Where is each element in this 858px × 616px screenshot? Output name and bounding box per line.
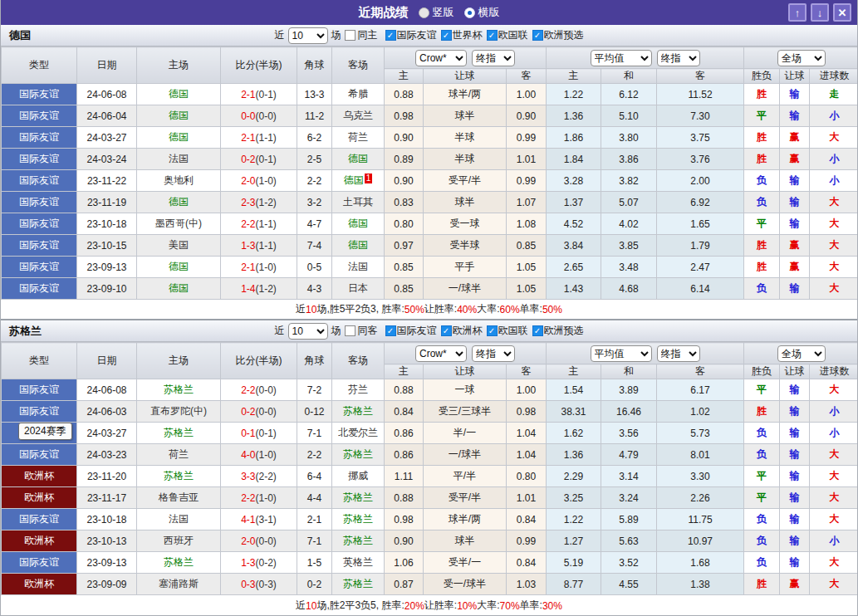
home-team-cell: 苏格兰 xyxy=(137,552,221,574)
halftime-score: (0-0) xyxy=(256,535,277,547)
league-type-cell[interactable]: 国际友谊 xyxy=(2,278,77,300)
league-type-cell[interactable]: 欧洲杯 xyxy=(2,574,77,595)
home-team-cell: 直布罗陀(中) xyxy=(137,401,221,423)
same-venue-filter[interactable]: 同主 xyxy=(345,28,378,42)
competition-filter[interactable]: ✓欧国联 xyxy=(487,28,528,42)
league-type-cell[interactable]: 国际友谊 xyxy=(2,213,77,235)
fulltime-select[interactable]: 全场 xyxy=(777,50,826,66)
checkbox-icon[interactable]: ✓ xyxy=(385,30,396,41)
checkbox-icon[interactable]: ✓ xyxy=(441,30,452,41)
avg-draw-odds: 3.82 xyxy=(601,170,657,192)
checkbox-icon[interactable]: ✓ xyxy=(532,30,543,41)
away-team-name: 苏格兰 xyxy=(343,513,373,525)
league-type-cell[interactable]: 国际友谊 xyxy=(2,192,77,213)
competition-filter[interactable]: ✓欧洲预选 xyxy=(532,324,584,338)
result-cell: 胜 xyxy=(744,235,780,257)
avg-draw-odds: 5.10 xyxy=(601,105,657,127)
league-type-cell[interactable]: 国际友谊 xyxy=(2,401,77,423)
checkbox-icon[interactable]: ✓ xyxy=(532,325,543,336)
league-type-cell[interactable]: 国际友谊 xyxy=(2,552,77,574)
checkbox-icon[interactable]: ✓ xyxy=(385,325,396,336)
sub-header-home-odds: 主 xyxy=(385,69,424,84)
summary-segment: 10 xyxy=(306,600,316,612)
league-type-cell[interactable]: 国际友谊 xyxy=(2,235,77,257)
bookmaker-home-odds: 0.85 xyxy=(385,257,424,278)
league-type-cell[interactable]: 国际友谊 xyxy=(2,105,77,127)
home-team-cell: 美国 xyxy=(137,235,221,257)
match-row: 国际友谊23-09-13苏格兰1-3(0-2)1-5英格兰1.06受半/一0.8… xyxy=(2,552,858,574)
sub-header-result: 胜负 xyxy=(744,69,780,84)
result-cell: 胜 xyxy=(744,257,780,278)
goals-over-under-cell: 大 xyxy=(810,487,858,509)
move-down-button[interactable]: ↓ xyxy=(811,3,829,22)
competition-filter[interactable]: ✓欧洲杯 xyxy=(441,324,483,338)
average-select[interactable]: 平均值 xyxy=(591,50,652,66)
avg-away-odds: 2.47 xyxy=(657,257,744,278)
final-odds-select[interactable]: 终指 xyxy=(472,345,515,362)
match-date: 24-03-27 xyxy=(77,127,137,149)
radio-selected-icon[interactable] xyxy=(464,7,475,18)
col-header-score: 比分(半场) xyxy=(221,343,297,379)
final-odds-select-2[interactable]: 终指 xyxy=(657,50,700,66)
avg-home-odds: 1.36 xyxy=(547,105,601,127)
avg-draw-odds: 4.55 xyxy=(601,574,657,595)
close-button[interactable]: ✕ xyxy=(833,3,851,22)
league-type-cell[interactable]: 国际友谊 xyxy=(2,170,77,192)
league-type-cell[interactable]: 国际友谊 xyxy=(2,257,77,278)
corner-cell: 11-2 xyxy=(297,105,332,127)
checkbox-icon[interactable]: ✓ xyxy=(487,325,498,336)
final-odds-select-2[interactable]: 终指 xyxy=(657,345,700,362)
final-odds-select[interactable]: 终指 xyxy=(472,50,515,66)
league-type-cell[interactable]: 国际友谊 xyxy=(2,149,77,170)
corner-cell: 7-1 xyxy=(297,530,332,552)
halftime-score: (1-2) xyxy=(256,197,277,208)
competition-filter[interactable]: ✓国际友谊 xyxy=(385,28,437,42)
average-select[interactable]: 平均值 xyxy=(591,345,652,362)
score-cell: 1-3(1-1) xyxy=(221,235,297,257)
same-venue-filter[interactable]: 同客 xyxy=(345,324,378,338)
checkbox-icon[interactable]: ✓ xyxy=(487,30,498,41)
summary-segment: 场,胜2平3负5, 胜率: xyxy=(316,599,404,613)
fulltime-select[interactable]: 全场 xyxy=(777,345,826,362)
col-header-home: 主场 xyxy=(137,343,221,379)
radio-unselected-icon[interactable] xyxy=(419,7,429,18)
home-team-cell: 德国 xyxy=(137,257,221,278)
sub-header-avg-draw: 和 xyxy=(601,69,657,84)
avg-home-odds: 1.43 xyxy=(547,278,601,300)
away-team-name: 德国 xyxy=(348,218,368,229)
away-team-cell: 乌克兰 xyxy=(332,105,385,127)
league-type-cell[interactable]: 欧洲杯 xyxy=(2,487,77,509)
halftime-score: (1-1) xyxy=(256,132,277,144)
bookmaker-select[interactable]: Crow* xyxy=(415,345,467,362)
bookmaker-select[interactable]: Crow* xyxy=(415,50,467,66)
fulltime-score: 2-2 xyxy=(241,492,255,504)
goals-over-under-cell: 大 xyxy=(810,127,858,149)
summary-segment: 近 xyxy=(296,599,306,613)
league-type-cell[interactable]: 欧洲杯 xyxy=(2,466,77,487)
league-type-cell[interactable]: 国际友谊 xyxy=(2,444,77,466)
checkbox-icon[interactable] xyxy=(345,325,355,336)
league-type-cell[interactable]: 国际友谊 xyxy=(2,509,77,530)
summary-segment: 30% xyxy=(542,600,562,612)
competition-filter[interactable]: ✓欧国联 xyxy=(487,324,528,338)
competition-filter[interactable]: ✓世界杯 xyxy=(441,28,483,42)
checkbox-icon[interactable]: ✓ xyxy=(441,325,452,336)
league-type-cell[interactable]: 国际友谊 xyxy=(2,127,77,149)
league-type-cell[interactable]: 国际友谊 xyxy=(2,84,77,105)
match-count-select[interactable]: 10 xyxy=(288,323,328,340)
asian-handicap-result-cell: 输 xyxy=(780,105,810,127)
handicap-line: 受半球 xyxy=(424,235,507,257)
layout-horizontal-option[interactable]: 横版 xyxy=(464,5,500,20)
league-type-cell[interactable]: 国际友谊 xyxy=(2,379,77,401)
layout-vertical-option[interactable]: 竖版 xyxy=(419,5,454,20)
red-card-badge: 1 xyxy=(365,174,373,183)
checkbox-icon[interactable] xyxy=(345,30,355,41)
match-count-select[interactable]: 10 xyxy=(288,27,328,44)
near-label: 近 xyxy=(275,28,285,42)
league-type-cell[interactable]: 欧洲杯 xyxy=(2,530,77,552)
move-up-button[interactable]: ↑ xyxy=(788,3,807,22)
score-cell: 3-3(2-2) xyxy=(221,466,297,487)
competition-filter[interactable]: ✓欧洲预选 xyxy=(532,28,584,42)
competition-filter[interactable]: ✓国际友谊 xyxy=(385,324,437,338)
match-date: 23-11-22 xyxy=(77,170,137,192)
